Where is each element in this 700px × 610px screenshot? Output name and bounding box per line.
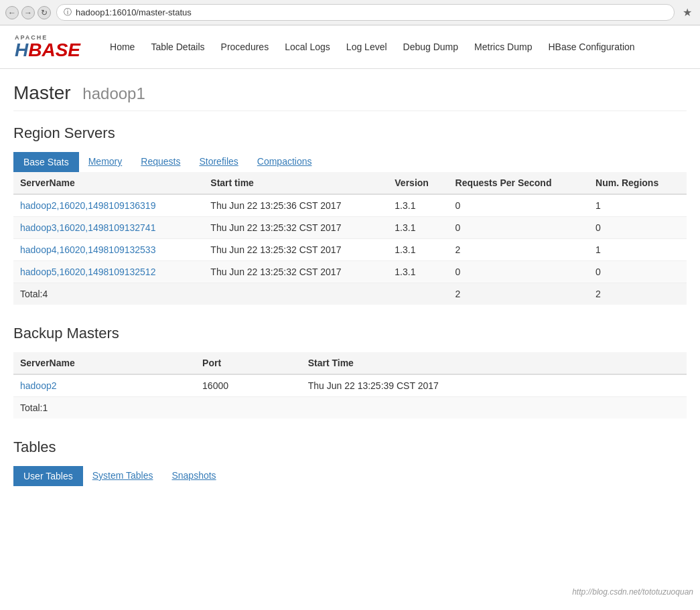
backup-masters-table: ServerName Port Start Time hadoop2 16000… (13, 352, 687, 418)
browser-action-buttons: ★ (680, 5, 695, 20)
tab-requests[interactable]: Requests (131, 152, 190, 172)
tab-base-stats[interactable]: Base Stats (13, 152, 79, 172)
server-link-hadoop2[interactable]: hadoop2,16020,1498109136319 (20, 200, 155, 211)
table-row: hadoop2 16000 Thu Jun 22 13:25:39 CST 20… (13, 374, 687, 397)
backup-masters-title: Backup Masters (13, 325, 687, 342)
backup-masters-section: Backup Masters ServerName Port Start Tim… (13, 325, 687, 418)
tab-user-tables[interactable]: User Tables (13, 466, 83, 486)
region-servers-body: hadoop2,16020,1498109136319 Thu Jun 22 1… (13, 194, 687, 305)
col-version: Version (388, 172, 448, 194)
requests-cell: 0 (449, 261, 589, 283)
region-server-tabs: Base Stats Memory Requests Storefiles Co… (13, 152, 687, 172)
version-cell: 1.3.1 (388, 194, 448, 217)
navbar: APACHE HBASE Home Table Details Procedur… (0, 25, 700, 69)
forward-button[interactable]: → (21, 6, 35, 19)
regions-cell: 1 (589, 239, 687, 261)
backup-header-row: ServerName Port Start Time (13, 352, 687, 374)
lock-icon: ⓘ (64, 7, 72, 18)
master-label: Master (13, 82, 71, 103)
nav-link-hbase-config[interactable]: HBase Configuration (540, 42, 642, 52)
nav-link-local-logs[interactable]: Local Logs (277, 42, 338, 52)
logo-link[interactable]: APACHE HBASE (7, 34, 88, 60)
tab-system-tables[interactable]: System Tables (83, 466, 163, 486)
table-row: hadoop5,16020,1498109132512 Thu Jun 22 1… (13, 261, 687, 283)
version-cell: 1.3.1 (388, 239, 448, 261)
nav-link-debug-dump[interactable]: Debug Dump (395, 42, 467, 52)
tables-section: Tables User Tables System Tables Snapsho… (13, 439, 687, 486)
col-requests: Requests Per Second (449, 172, 589, 194)
table-header-row: ServerName Start time Version Requests P… (13, 172, 687, 194)
table-total-row: Total:4 2 2 (13, 283, 687, 305)
bookmark-icon[interactable]: ★ (680, 5, 695, 20)
server-name-cell: hadoop5,16020,1498109132512 (13, 261, 204, 283)
region-servers-title: Region Servers (13, 125, 687, 142)
version-cell: 1.3.1 (388, 217, 448, 239)
backup-masters-body: hadoop2 16000 Thu Jun 22 13:25:39 CST 20… (13, 374, 687, 418)
col-bm-server: ServerName (13, 352, 196, 374)
server-link-hadoop5[interactable]: hadoop5,16020,1498109132512 (20, 266, 155, 277)
bm-total-label: Total:1 (13, 397, 196, 419)
backup-total-row: Total:1 (13, 397, 687, 419)
requests-cell: 0 (449, 217, 589, 239)
back-button[interactable]: ← (5, 6, 19, 19)
version-cell: 1.3.1 (388, 261, 448, 283)
tables-tabs: User Tables System Tables Snapshots (13, 466, 687, 486)
total-label: Total:4 (13, 283, 204, 305)
start-time-cell: Thu Jun 22 13:25:36 CST 2017 (204, 194, 388, 217)
tab-compactions[interactable]: Compactions (248, 152, 322, 172)
url-text: hadoop1:16010/master-status (76, 7, 192, 17)
col-num-regions: Num. Regions (589, 172, 687, 194)
nav-link-home[interactable]: Home (102, 42, 143, 52)
col-bm-start-time: Start Time (301, 352, 687, 374)
browser-chrome: ← → ↻ ⓘ hadoop1:16010/master-status ★ (0, 0, 700, 25)
nav-link-log-level[interactable]: Log Level (338, 42, 395, 52)
tab-snapshots[interactable]: Snapshots (162, 466, 225, 486)
requests-cell: 2 (449, 239, 589, 261)
start-time-cell: Thu Jun 22 13:25:32 CST 2017 (204, 217, 388, 239)
regions-cell: 1 (589, 194, 687, 217)
server-name-cell: hadoop4,16020,1498109132533 (13, 239, 204, 261)
main-content: Master hadoop1 Region Servers Base Stats… (0, 69, 700, 520)
address-bar[interactable]: ⓘ hadoop1:16010/master-status (56, 4, 675, 21)
col-bm-port: Port (196, 352, 301, 374)
col-server-name: ServerName (13, 172, 204, 194)
table-row: hadoop4,16020,1498109132533 Thu Jun 22 1… (13, 239, 687, 261)
server-link-hadoop4[interactable]: hadoop4,16020,1498109132533 (20, 244, 155, 255)
regions-cell: 0 (589, 261, 687, 283)
bm-server-link[interactable]: hadoop2 (20, 380, 57, 391)
bm-server-cell: hadoop2 (13, 374, 196, 397)
tab-storefiles[interactable]: Storefiles (190, 152, 247, 172)
table-row: hadoop2,16020,1498109136319 Thu Jun 22 1… (13, 194, 687, 217)
region-servers-section: Region Servers Base Stats Memory Request… (13, 125, 687, 305)
server-name-cell: hadoop3,16020,1498109132741 (13, 217, 204, 239)
logo-hbase: HBASE (15, 41, 80, 60)
bm-start-time-cell: Thu Jun 22 13:25:39 CST 2017 (301, 374, 687, 397)
total-regions: 2 (589, 283, 687, 305)
refresh-button[interactable]: ↻ (38, 6, 51, 19)
nav-link-metrics-dump[interactable]: Metrics Dump (466, 42, 540, 52)
bm-port-cell: 16000 (196, 374, 301, 397)
start-time-cell: Thu Jun 22 13:25:32 CST 2017 (204, 261, 388, 283)
page-title: Master hadoop1 (13, 82, 687, 111)
browser-nav-buttons: ← → ↻ (5, 6, 51, 19)
start-time-cell: Thu Jun 22 13:25:32 CST 2017 (204, 239, 388, 261)
requests-cell: 0 (449, 194, 589, 217)
server-name-cell: hadoop2,16020,1498109136319 (13, 194, 204, 217)
nav-link-table-details[interactable]: Table Details (143, 42, 212, 52)
nav-link-procedures[interactable]: Procedures (213, 42, 277, 52)
master-hostname: hadoop1 (82, 84, 145, 102)
tables-title: Tables (13, 439, 687, 456)
regions-cell: 0 (589, 217, 687, 239)
total-requests: 2 (449, 283, 589, 305)
tab-memory[interactable]: Memory (79, 152, 132, 172)
region-servers-table: ServerName Start time Version Requests P… (13, 172, 687, 305)
col-start-time: Start time (204, 172, 388, 194)
table-row: hadoop3,16020,1498109132741 Thu Jun 22 1… (13, 217, 687, 239)
server-link-hadoop3[interactable]: hadoop3,16020,1498109132741 (20, 222, 155, 233)
